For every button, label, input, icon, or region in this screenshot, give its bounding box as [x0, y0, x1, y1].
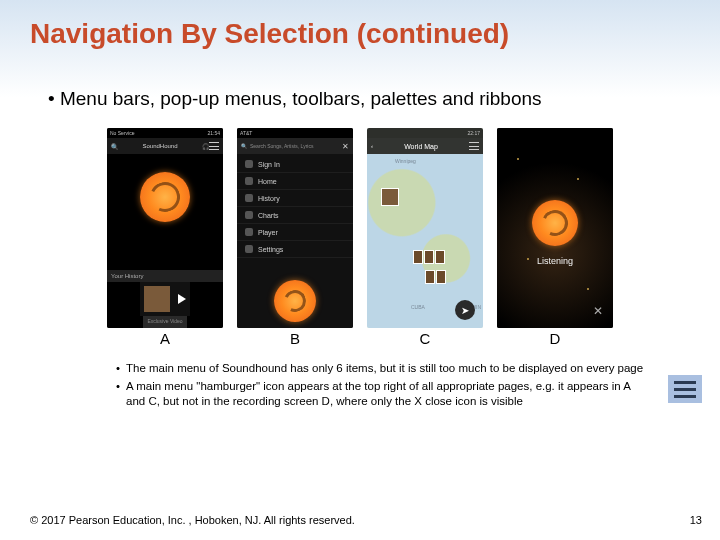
- map-label-winnipeg: Winnipeg: [395, 158, 416, 164]
- close-icon[interactable]: ✕: [593, 304, 603, 318]
- map-pin[interactable]: [381, 188, 399, 206]
- headphones-icon[interactable]: 🎧: [202, 143, 209, 150]
- hamburger-illustration-icon: [668, 375, 702, 403]
- status-bar: AT&T: [237, 128, 353, 138]
- menu-item-settings[interactable]: Settings: [237, 241, 353, 258]
- player-icon: [245, 228, 253, 236]
- search-row: 🔍 Search Songs, Artists, Lyrics ✕: [237, 138, 353, 154]
- status-bar: 22:17: [367, 128, 483, 138]
- search-placeholder[interactable]: Search Songs, Artists, Lyrics: [250, 143, 313, 149]
- sub-bullets: The main menu of Soundhound has only 6 i…: [116, 361, 650, 410]
- listening-label: Listening: [537, 256, 573, 266]
- soundhound-logo-icon[interactable]: [140, 172, 190, 222]
- gear-icon: [245, 245, 253, 253]
- menu-label: Player: [258, 229, 278, 236]
- sparkle-icon: [517, 158, 519, 160]
- sub-bullet-1: The main menu of Soundhound has only 6 i…: [116, 361, 650, 377]
- sub-bullet-2: A main menu "hamburger" icon appears at …: [116, 379, 650, 410]
- status-right: 21:54: [207, 130, 220, 136]
- main-bullet: Menu bars, pop-up menus, toolbars, palet…: [48, 88, 690, 110]
- screenshot-b: AT&T 🔍 Search Songs, Artists, Lyrics ✕ S…: [237, 128, 353, 328]
- menu-item-signin[interactable]: Sign In: [237, 156, 353, 173]
- status-left: AT&T: [240, 130, 252, 136]
- menu-label: Home: [258, 178, 277, 185]
- app-topbar: 🔍 SoundHound 🎧: [107, 138, 223, 154]
- hamburger-icon[interactable]: [209, 142, 219, 150]
- screenshots-row: No Service 21:54 🔍 SoundHound 🎧 Your His…: [30, 128, 690, 328]
- label-c: C: [367, 330, 483, 347]
- status-bar: No Service 21:54: [107, 128, 223, 138]
- map-title: World Map: [373, 143, 469, 150]
- label-d: D: [497, 330, 613, 347]
- page-number: 13: [690, 514, 702, 526]
- status-left: No Service: [110, 130, 134, 136]
- menu-item-home[interactable]: Home: [237, 173, 353, 190]
- status-bar: [497, 128, 613, 138]
- close-icon[interactable]: ✕: [342, 142, 349, 151]
- label-a: A: [107, 330, 223, 347]
- soundhound-logo-icon[interactable]: [532, 200, 578, 246]
- locate-button[interactable]: ➤: [455, 300, 475, 320]
- sparkle-icon: [527, 258, 529, 260]
- screenshot-labels: A B C D: [30, 330, 690, 347]
- chart-icon: [245, 211, 253, 219]
- menu-item-charts[interactable]: Charts: [237, 207, 353, 224]
- history-header: Your History: [107, 270, 223, 282]
- map-pin-cluster[interactable]: [425, 270, 446, 284]
- menu-label: Charts: [258, 212, 279, 219]
- sparkle-icon: [587, 288, 589, 290]
- copyright: © 2017 Pearson Education, Inc. , Hoboken…: [30, 514, 355, 526]
- map-label-cuba: CUBA: [411, 304, 425, 310]
- sparkle-icon: [577, 178, 579, 180]
- screenshot-c: 22:17 ‹ World Map Winnipeg CUBA DOMIN ➤: [367, 128, 483, 328]
- map-pin-cluster[interactable]: [413, 250, 445, 264]
- hamburger-icon[interactable]: [469, 142, 479, 150]
- menu-item-history[interactable]: History: [237, 190, 353, 207]
- clock-icon: [245, 194, 253, 202]
- menu-item-player[interactable]: Player: [237, 224, 353, 241]
- screenshot-a: No Service 21:54 🔍 SoundHound 🎧 Your His…: [107, 128, 223, 328]
- home-icon: [245, 177, 253, 185]
- map-topbar: ‹ World Map: [367, 138, 483, 154]
- status-right: 22:17: [467, 130, 480, 136]
- world-map[interactable]: Winnipeg CUBA DOMIN ➤: [367, 154, 483, 328]
- footer-strip: Exclusive Video: [143, 316, 186, 328]
- menu-label: Sign In: [258, 161, 280, 168]
- play-icon[interactable]: [178, 294, 186, 304]
- menu-label: History: [258, 195, 280, 202]
- app-title: SoundHound: [118, 143, 202, 149]
- user-icon: [245, 160, 253, 168]
- label-b: B: [237, 330, 353, 347]
- album-thumb: [144, 286, 170, 312]
- history-item[interactable]: [140, 282, 190, 316]
- search-icon[interactable]: 🔍: [241, 143, 247, 149]
- soundhound-logo-icon[interactable]: [274, 280, 316, 322]
- slide-title: Navigation By Selection (continued): [30, 18, 690, 50]
- main-menu: Sign In Home History Charts Player Setti…: [237, 154, 353, 260]
- menu-label: Settings: [258, 246, 283, 253]
- search-icon[interactable]: 🔍: [111, 143, 118, 150]
- screenshot-d: Listening ✕: [497, 128, 613, 328]
